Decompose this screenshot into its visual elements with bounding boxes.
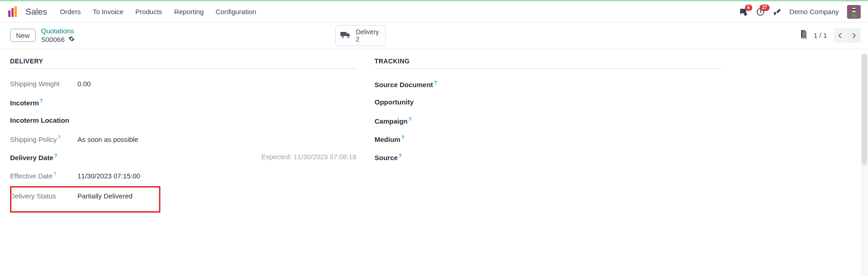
svg-rect-7 [851, 13, 857, 18]
top-nav: Sales Orders To Invoice Products Reporti… [0, 1, 868, 22]
help-icon[interactable]: ? [434, 80, 437, 85]
help-icon[interactable]: ? [53, 171, 56, 177]
page-counter: 1 / 1 [814, 31, 827, 39]
effective-date-label: Effective Date? [10, 171, 77, 180]
help-icon[interactable]: ? [399, 153, 402, 158]
avatar[interactable] [847, 5, 861, 19]
svg-rect-2 [15, 6, 17, 17]
medium-label[interactable]: Medium? [375, 135, 442, 143]
app-logo-icon [7, 6, 19, 18]
delivery-stat-label: Delivery [356, 28, 379, 36]
pager-next-button[interactable] [847, 28, 861, 43]
help-icon[interactable]: ? [409, 116, 412, 122]
shipping-weight-label: Shipping Weight [10, 80, 77, 88]
incoterm-label[interactable]: Incoterm? [10, 98, 77, 107]
svg-rect-8 [852, 9, 856, 10]
truck-icon [340, 31, 351, 40]
campaign-label[interactable]: Campaign? [375, 116, 442, 125]
svg-point-13 [348, 36, 349, 37]
tools-icon[interactable] [773, 8, 781, 16]
svg-rect-1 [11, 8, 14, 17]
delivery-status-value: Partially Delivered [77, 192, 133, 200]
delivery-section-title: DELIVERY [10, 57, 356, 69]
nav-configuration[interactable]: Configuration [216, 8, 256, 16]
delivery-date-label[interactable]: Delivery Date? [10, 153, 77, 161]
vertical-scrollbar[interactable] [861, 54, 868, 247]
nav-menu: Orders To Invoice Products Reporting Con… [60, 8, 257, 16]
nav-products[interactable]: Products [135, 8, 162, 16]
tracking-section: TRACKING Source Document? Opportunity Ca… [375, 57, 721, 210]
tracking-section-title: TRACKING [375, 57, 721, 69]
subheader: New Quotations S00066 Delivery 2 1 / 1 [0, 22, 868, 49]
help-icon[interactable]: ? [54, 153, 57, 158]
messages-badge: 6 [745, 5, 752, 11]
effective-date-value: 11/30/2023 07:15:00 [77, 172, 140, 180]
shipping-policy-value[interactable]: As soon as possible [77, 135, 138, 143]
pager-prev-button[interactable] [833, 28, 847, 43]
gear-icon[interactable] [68, 36, 75, 44]
nav-reporting[interactable]: Reporting [174, 8, 204, 16]
nav-to-invoice[interactable]: To Invoice [92, 8, 123, 16]
activities-icon[interactable]: 27 [756, 7, 765, 16]
svg-rect-9 [340, 32, 347, 36]
source-document-label[interactable]: Source Document? [375, 80, 442, 89]
svg-point-11 [342, 36, 343, 37]
delivery-status-label: Delivery Status [10, 192, 77, 200]
messages-icon[interactable]: 6 [739, 7, 748, 16]
opportunity-label[interactable]: Opportunity [375, 98, 442, 106]
delivery-stat-count: 2 [356, 36, 379, 43]
help-icon[interactable]: ? [401, 135, 405, 140]
app-title[interactable]: Sales [26, 7, 47, 17]
delivery-stat-button[interactable]: Delivery 2 [335, 25, 386, 46]
order-number: S00066 [41, 36, 65, 44]
form-body: DELIVERY Shipping Weight 0.00 Incoterm? … [0, 49, 868, 247]
status-badge-new: New [10, 29, 36, 42]
help-icon[interactable]: ? [58, 135, 61, 140]
breadcrumb-quotations[interactable]: Quotations [41, 27, 75, 36]
activities-badge: 27 [760, 5, 769, 11]
shipping-weight-value[interactable]: 0.00 [77, 80, 91, 88]
svg-rect-0 [8, 10, 10, 17]
bookmark-icon[interactable] [800, 30, 807, 41]
company-switcher[interactable]: Demo Company [790, 8, 839, 16]
delivery-date-expected: Expected: 11/30/2023 07:08:18 [261, 153, 356, 161]
shipping-policy-label: Shipping Policy? [10, 135, 77, 143]
nav-orders[interactable]: Orders [60, 8, 81, 16]
incoterm-location-label[interactable]: Incoterm Location [10, 116, 101, 124]
svg-point-3 [744, 12, 747, 16]
source-label[interactable]: Source? [375, 153, 442, 161]
help-icon[interactable]: ? [40, 98, 43, 104]
delivery-section: DELIVERY Shipping Weight 0.00 Incoterm? … [10, 57, 356, 210]
